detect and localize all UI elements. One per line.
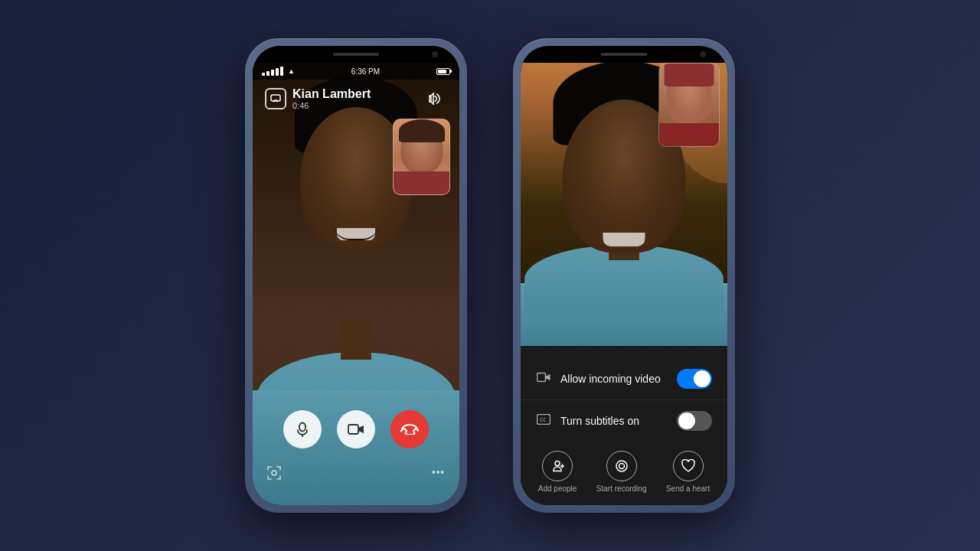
svg-point-1 bbox=[299, 423, 305, 432]
left-phone: ▲ 6:36 PM bbox=[245, 38, 467, 513]
turn-subtitles-label: Turn subtitles on bbox=[560, 415, 639, 427]
add-people-label: Add people bbox=[538, 484, 577, 493]
status-right bbox=[436, 68, 450, 75]
toggle-knob-on bbox=[694, 370, 710, 387]
allow-incoming-video-label: Allow incoming video bbox=[560, 373, 661, 385]
right-phone-screen: Allow incoming video CC Turn subtitles o… bbox=[521, 46, 727, 505]
start-recording-icon bbox=[606, 451, 637, 481]
mute-button[interactable] bbox=[283, 410, 322, 448]
allow-incoming-video-item[interactable]: Allow incoming video bbox=[521, 358, 727, 400]
right-notch-bar bbox=[601, 53, 647, 56]
right-phone-notch bbox=[521, 46, 727, 63]
subtitles-menu-icon: CC bbox=[536, 414, 551, 428]
right-camera-dot bbox=[700, 51, 706, 57]
start-recording-button[interactable]: Start recording bbox=[596, 451, 647, 493]
add-people-button[interactable]: Add people bbox=[538, 451, 577, 493]
start-recording-label: Start recording bbox=[596, 484, 647, 493]
menu-overlay: Allow incoming video CC Turn subtitles o… bbox=[521, 346, 727, 505]
pip-hair bbox=[399, 119, 445, 142]
control-buttons bbox=[283, 410, 429, 448]
clock-time: 6:36 PM bbox=[351, 67, 380, 76]
toggle-knob-off bbox=[678, 412, 695, 429]
pip-shirt bbox=[394, 171, 449, 194]
more-options-icon[interactable]: ••• bbox=[429, 464, 447, 482]
bottom-controls-row: ••• bbox=[253, 464, 459, 482]
video-button[interactable] bbox=[337, 410, 375, 448]
right-pip-video[interactable] bbox=[658, 63, 720, 147]
end-call-button[interactable] bbox=[390, 410, 429, 448]
status-left: ▲ bbox=[262, 67, 295, 76]
call-controls: ••• bbox=[253, 410, 459, 482]
svg-point-10 bbox=[619, 464, 624, 469]
svg-point-8 bbox=[555, 461, 560, 466]
send-heart-label: Send a heart bbox=[666, 484, 710, 493]
call-info: Kian Lambert 0:46 bbox=[265, 87, 371, 110]
speaker-icon[interactable] bbox=[424, 87, 447, 110]
battery-fill bbox=[438, 70, 446, 73]
svg-rect-3 bbox=[348, 425, 358, 434]
send-heart-button[interactable]: Send a heart bbox=[666, 451, 710, 493]
call-duration: 0:46 bbox=[292, 101, 371, 110]
phone-notch bbox=[253, 46, 459, 63]
send-heart-icon bbox=[673, 451, 704, 481]
left-phone-screen: ▲ 6:36 PM bbox=[253, 46, 459, 505]
right-phone: Allow incoming video CC Turn subtitles o… bbox=[513, 38, 735, 513]
menu-item-left-video: Allow incoming video bbox=[536, 372, 661, 386]
battery-icon bbox=[436, 68, 450, 75]
focus-icon[interactable] bbox=[265, 464, 283, 482]
pip-person-video bbox=[394, 119, 449, 194]
caller-name: Kian Lambert bbox=[292, 87, 371, 101]
call-name-block: Kian Lambert 0:46 bbox=[292, 87, 371, 110]
chat-icon[interactable] bbox=[265, 88, 286, 109]
svg-text:CC: CC bbox=[540, 417, 546, 423]
pip-video[interactable]: ⤢ bbox=[393, 119, 450, 195]
right-smile-teeth bbox=[603, 233, 645, 246]
video-menu-icon bbox=[536, 372, 551, 386]
signal-icon bbox=[262, 67, 283, 76]
svg-point-4 bbox=[272, 471, 276, 475]
allow-video-toggle[interactable] bbox=[677, 369, 712, 389]
turn-subtitles-item[interactable]: CC Turn subtitles on bbox=[521, 400, 727, 442]
neck-shape bbox=[341, 321, 371, 360]
subtitles-toggle[interactable] bbox=[677, 411, 712, 431]
menu-item-left-subtitles: CC Turn subtitles on bbox=[536, 414, 639, 428]
camera-dot bbox=[432, 51, 438, 57]
action-row: Add people Start recording bbox=[521, 442, 727, 505]
notch-bar bbox=[333, 53, 379, 56]
call-header: Kian Lambert 0:46 bbox=[253, 80, 459, 118]
add-people-icon bbox=[542, 451, 573, 481]
right-pip-person bbox=[659, 64, 719, 146]
svg-rect-5 bbox=[537, 373, 546, 382]
wifi-icon: ▲ bbox=[288, 67, 295, 75]
svg-point-9 bbox=[616, 461, 627, 471]
status-bar: ▲ 6:36 PM bbox=[253, 63, 459, 80]
